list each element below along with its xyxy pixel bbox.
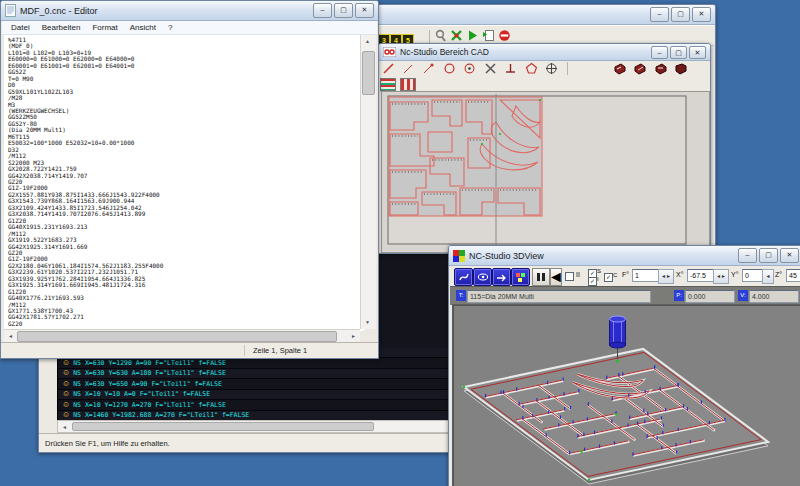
v3d-canvas[interactable] [452,304,800,486]
minimize-button[interactable]: – [650,7,669,22]
editor-vscrollbar[interactable]: ▲ ▼ [360,35,376,329]
minimize-button[interactable]: – [313,3,332,18]
editor-menubar: DateiBearbeitenFormatAnsicht? [2,21,377,35]
y-label: Y° [731,271,738,278]
menu-item[interactable]: Format [87,23,122,32]
ns-line-text: NS X=630 Y=1290 A=90 F="LTeil1" f=FALSE [73,359,226,367]
f-label: F° [622,271,629,278]
p-tag: P: [674,290,684,301]
tool-tag: T: [456,290,466,301]
smiley-icon: ☺ [62,359,70,367]
smiley-icon: ☺ [62,369,70,377]
scroll-down-icon[interactable]: ▼ [361,316,374,329]
iso-view-icon-2[interactable] [632,61,648,76]
line-icon[interactable] [380,61,396,76]
solid-view-icon[interactable] [473,268,492,286]
cursor-position: Zeile 1, Spalte 1 [244,345,307,356]
c-label: C [613,272,617,278]
v-field: 4.000 [749,290,799,303]
smiley-icon: ☺ [62,390,70,398]
x-spinner[interactable]: ◄► [713,269,729,284]
iso-view-icon-3[interactable] [653,61,669,76]
perpendicular-icon[interactable] [503,61,519,76]
menu-item[interactable]: Bearbeiten [37,23,86,32]
color-mode-icon[interactable] [511,268,530,286]
polyline-icon[interactable] [400,61,416,76]
minimize-button[interactable]: – [651,46,668,59]
x-field[interactable]: -67.5 [687,269,715,282]
cad-toolbar-2 [380,77,709,92]
editor-hscrollbar[interactable]: ◄ ► [4,329,360,343]
i-label: I [597,276,599,282]
ns-line-text: NS X=1460 Y=1982.688 A=270 F="LTeil1" f=… [73,411,249,419]
ns-line-text: NS X=630 Y=630 A=180 F="LTeil1" f=FALSE [73,369,226,377]
vscroll-thumb[interactable] [362,51,375,95]
smiley-icon: ☺ [62,380,70,388]
iso-view-icon-4[interactable] [673,61,689,76]
minimize-button[interactable]: – [738,248,757,263]
circle-icon[interactable] [441,61,457,76]
f-field[interactable]: 1 [632,269,660,282]
hscroll-thumb[interactable] [72,422,374,431]
v3d-titlebar[interactable]: NC-Studio 3DView – ▢ ✕ [449,246,800,266]
ns-line-text: NS X=10 Y=1270 A=270 F="LTeil1" f=FALSE [73,401,226,409]
close-button[interactable]: ✕ [689,46,706,59]
c-checkbox[interactable]: ✓ [604,273,613,282]
point-delete-icon[interactable] [482,61,498,76]
editor-titlebar[interactable]: MDF_0.cnc - Editor – ▢ ✕ [1,1,378,21]
i-checkbox[interactable]: ✓ [588,277,597,286]
v3d-window: NC-Studio 3DView – ▢ ✕ ◄ II ✓ S ✓ I ✓ C … [448,245,800,486]
close-button[interactable]: ✕ [355,3,374,18]
cad-toolbar [380,61,709,78]
circle-center-icon[interactable] [462,61,478,76]
menu-item[interactable]: Ansicht [125,23,161,32]
main-status-text: Drücken Sie F1, um Hilfe zu erhalten. [45,439,170,448]
scroll-up-icon[interactable]: ▲ [361,35,374,48]
cad-app-icon [383,47,396,57]
polygon-icon[interactable] [523,61,539,76]
start-icon[interactable] [464,28,480,43]
tool-field: 115=Dia 20MM Multi [467,290,651,303]
maximize-button[interactable]: ▢ [670,46,687,59]
v3d-app-icon [453,250,465,262]
option-checkbox-1[interactable] [565,272,574,281]
editor-text-area[interactable]: %4711 (MDF_0) L101=0 L102=0 L103=0+19 E6… [4,35,364,331]
editor-window-title: MDF_0.cnc - Editor [20,6,98,16]
cad-canvas[interactable] [381,91,710,253]
p-field: 0.000 [685,290,735,303]
close-button[interactable]: ✕ [692,7,711,22]
notepad-icon [5,4,16,17]
maximize-button[interactable]: ▢ [759,248,778,263]
stop-icon[interactable] [496,28,512,43]
s-label: S [597,268,601,274]
z-field[interactable]: 45 [786,269,800,282]
z-label: Z° [775,271,782,278]
v3d-infobar: T: 115=Dia 20MM Multi P: 0.000 V: 4.000 [450,286,800,305]
y-spinner[interactable]: ◄ [762,269,774,284]
y-field[interactable]: 0 [742,269,764,282]
hscroll-thumb[interactable] [17,331,337,342]
arrow-line-icon[interactable] [421,61,437,76]
close-button[interactable]: ✕ [780,248,799,263]
v3d-window-title: NC-Studio 3DView [469,251,544,261]
toolpath-view-icon[interactable] [454,268,473,286]
maximize-button[interactable]: ▢ [334,3,353,18]
editor-statusbar: Zeile 1, Spalte 1 [1,342,378,358]
menu-item[interactable]: Datei [6,23,35,32]
cad-titlebar[interactable]: Nc-Studio Bereich CAD – ▢ ✕ [379,44,710,61]
ns-line-text: NS X=630 Y=650 A=90 F="LTeil1" f=FALSE [73,380,222,388]
maximize-button[interactable]: ▢ [671,7,690,22]
x-label: X° [676,271,683,278]
sheet-icon[interactable] [400,77,416,92]
editor-window: MDF_0.cnc - Editor – ▢ ✕ DateiBearbeiten… [0,0,379,359]
simulate-icon[interactable] [492,268,511,286]
single-block-icon[interactable] [480,28,496,43]
step-back-button[interactable]: ◄ [550,268,562,286]
menu-item[interactable]: ? [163,23,177,32]
nesting-icon[interactable] [380,77,396,92]
reset-icon[interactable] [448,28,464,43]
f-spinner[interactable]: ◄► [658,269,674,284]
iso-view-icon-1[interactable] [612,61,628,76]
grid-snap-icon[interactable] [544,61,560,76]
connect-icon[interactable] [432,28,448,43]
